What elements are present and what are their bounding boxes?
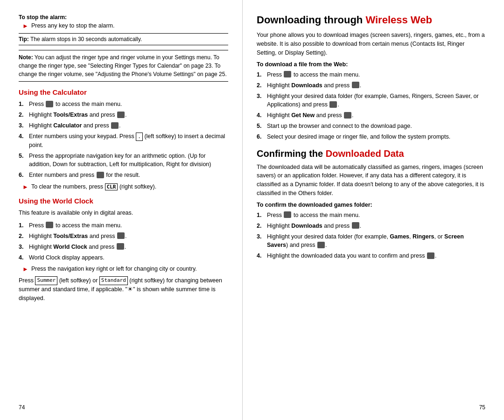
right-page: Downloading through Wireless Web Your ph… <box>243 0 504 420</box>
ws-step-6: 6. Select your desired image or ringer f… <box>257 133 485 141</box>
confirm-intro: The downloaded data will be automaticall… <box>257 163 485 198</box>
calc-step-6: 6. Enter numbers and press for the resul… <box>19 171 228 179</box>
ok-btn-icon5 <box>117 243 124 250</box>
cs-step-4: 4. Highlight the downloaded data you wan… <box>257 252 485 260</box>
worldclock-intro: This feature is available only in digita… <box>19 209 228 217</box>
worldclock-bold: World Clock <box>53 244 87 250</box>
cs-step-3: 3. Highlight your desired data folder (f… <box>257 232 485 249</box>
wireless-sub-label: To download a file from the Web: <box>257 61 485 68</box>
arrow-icon: ► <box>22 22 28 29</box>
wireless-intro: Your phone allows you to download images… <box>257 31 485 57</box>
ok-btn-icon11 <box>427 252 434 259</box>
wireless-section: Downloading through Wireless Web Your ph… <box>257 14 485 141</box>
calc-step-4: 4. Enter numbers using your keypad. Pres… <box>19 132 228 149</box>
arrow-icon2: ► <box>22 183 28 190</box>
downloads-bold2: Downloads <box>291 223 322 229</box>
left-page: To stop the alarm: ► Press any key to st… <box>0 0 243 420</box>
downloads-bold: Downloads <box>291 82 322 89</box>
note-text: You can adjust the ringer type and ringe… <box>19 54 227 77</box>
standard-key: Standard <box>99 276 128 285</box>
cs-step-2: 2. Highlight Downloads and press . <box>257 222 485 230</box>
wc-step-4: 4. World Clock display appears. <box>19 253 228 262</box>
note-box: Note: You can adjust the ringer type and… <box>19 50 228 82</box>
calculator-section: Using the Calculator 1. Press to access … <box>19 88 228 190</box>
getnew-bold: Get New <box>291 112 315 119</box>
confirm-section: Confirming the Downloaded Data The downl… <box>257 148 485 260</box>
confirm-heading-red: Downloaded Data <box>326 148 404 159</box>
ok-btn-icon3 <box>97 172 104 178</box>
worldclock-steps: 1. Press to access the main menu. 2. Hig… <box>19 221 228 262</box>
wc-bullet: ► Press the navigation key right or left… <box>22 266 228 273</box>
menu-btn-icon4 <box>284 211 291 218</box>
note-bold: Note: <box>19 54 33 61</box>
page-number-right: 75 <box>479 404 485 411</box>
calc-bullet-text: To clear the numbers, press CLR (right s… <box>31 183 156 190</box>
screensavers-bold: Screen Savers <box>267 233 464 248</box>
wc-extra-note: Press Summer (left softkey) or Standard … <box>19 276 228 302</box>
tools-extras-bold2: Tools/Extras <box>53 233 88 239</box>
tip-box: Tip: The alarm stops in 30 seconds autom… <box>19 33 228 45</box>
wireless-heading-red: Wireless Web <box>365 14 432 26</box>
wireless-steps: 1. Press to access the main menu. 2. Hig… <box>257 70 485 141</box>
wc-bullet-text: Press the navigation key right or left f… <box>31 266 197 272</box>
page-number-left: 74 <box>19 404 25 411</box>
ws-step-3: 3. Highlight your desired data folder (f… <box>257 92 485 109</box>
calc-step-3: 3. Highlight Calculator and press . <box>19 121 228 130</box>
cs-step-1: 1. Press to access the main menu. <box>257 211 485 219</box>
wc-step-2: 2. Highlight Tools/Extras and press . <box>19 232 228 240</box>
games-bold: Games <box>390 233 409 240</box>
ok-btn-icon7 <box>329 101 337 108</box>
confirm-steps: 1. Press to access the main menu. 2. Hig… <box>257 211 485 260</box>
dot-key: . <box>136 133 143 141</box>
alarm-section: To stop the alarm: ► Press any key to st… <box>19 14 228 29</box>
calc-step-1: 1. Press to access the main menu. <box>19 100 228 108</box>
alarm-step-text: Press any key to stop the alarm. <box>31 22 115 29</box>
ok-btn-icon6 <box>352 82 359 88</box>
confirm-heading: Confirming the Downloaded Data <box>257 148 485 159</box>
ok-btn-icon10 <box>317 242 325 248</box>
menu-btn-icon2 <box>46 222 53 228</box>
ok-btn-icon4 <box>117 232 125 239</box>
calc-step-5: 5. Press the appropriate navigation key … <box>19 152 228 168</box>
calculator-bold: Calculator <box>53 122 82 129</box>
ws-step-5: 5. Start up the browser and connect to t… <box>257 122 485 130</box>
calc-step-2: 2. Highlight Tools/Extras and press . <box>19 111 228 119</box>
wireless-heading-black: Downloading through <box>257 14 365 26</box>
wc-step-3: 3. Highlight World Clock and press . <box>19 243 228 251</box>
ok-btn-icon8 <box>344 112 351 119</box>
confirm-sub-label: To confirm the downloaded games folder: <box>257 202 485 208</box>
ringers-bold: Ringers <box>413 233 434 240</box>
menu-btn-icon <box>46 101 53 107</box>
menu-btn-icon3 <box>284 71 291 77</box>
ws-step-4: 4. Highlight Get New and press . <box>257 111 485 119</box>
arrow-icon3: ► <box>22 266 28 273</box>
alarm-step: ► Press any key to stop the alarm. <box>22 22 228 29</box>
ok-btn-icon <box>117 112 125 118</box>
calc-bullet: ► To clear the numbers, press CLR (right… <box>22 183 228 190</box>
wc-step-1: 1. Press to access the main menu. <box>19 221 228 230</box>
summer-key: Summer <box>35 276 57 285</box>
tip-bold: Tip: <box>19 36 29 42</box>
calculator-heading: Using the Calculator <box>19 88 228 96</box>
ws-step-2: 2. Highlight Downloads and press . <box>257 81 485 90</box>
ok-btn-icon9 <box>352 222 359 229</box>
ws-step-1: 1. Press to access the main menu. <box>257 70 485 79</box>
calculator-steps: 1. Press to access the main menu. 2. Hig… <box>19 100 228 180</box>
ok-btn-icon2 <box>111 122 119 129</box>
tip-text: The alarm stops in 30 seconds automatica… <box>29 36 142 42</box>
tools-extras-bold: Tools/Extras <box>53 112 88 118</box>
alarm-label: To stop the alarm: <box>19 14 228 21</box>
wireless-heading: Downloading through Wireless Web <box>257 14 485 26</box>
worldclock-section: Using the World Clock This feature is av… <box>19 197 228 303</box>
worldclock-heading: Using the World Clock <box>19 197 228 205</box>
clr-key: CLR <box>105 183 118 190</box>
confirm-heading-black: Confirming the <box>257 148 326 159</box>
